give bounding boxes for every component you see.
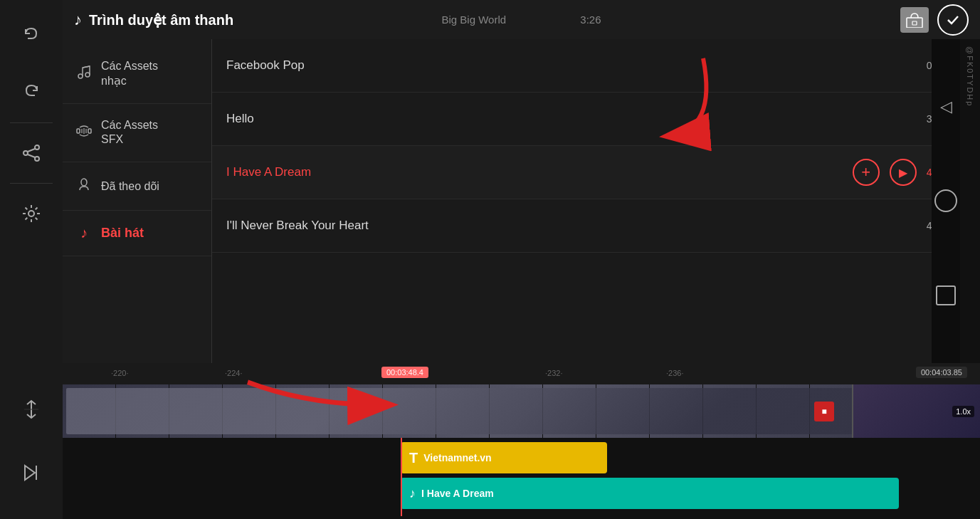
song-list: Facebook Pop 0:01 Hello 3:20 I Have A Dr… [212,39,960,363]
share-button[interactable] [0,125,63,182]
ruler-mark-224: ·224· [225,369,242,377]
nav-item-bai-hat[interactable]: ♪ Bài hát [63,211,211,256]
ruler-mark-220: ·220· [111,369,128,377]
watermark-text: @FK0TYDHp [966,46,974,107]
nav-item-assets-sfx[interactable]: Các Assets SFX [63,104,211,163]
skip-button[interactable] [0,444,63,501]
assets-sfx-icon [75,123,93,142]
end-time-badge: 00:04:03.85 [916,367,967,378]
now-playing: Big Big World 3:26 [442,14,601,26]
film-segment-2: 1.0x [852,384,980,438]
music-track-icon: ♪ [409,486,416,501]
far-right-nav: ◁ [932,39,960,363]
back-button[interactable]: ◁ [940,98,952,116]
song-title-hello: Hello [226,112,254,126]
svg-point-5 [28,211,34,216]
nav-menu: Các Assets nhạc Các Assets SFX [63,39,212,363]
music-track[interactable]: ♪ I Have A Dream [401,478,899,509]
ruler-mark-236: ·236· [666,369,683,377]
timeline: ·220· ·224· 00:03:48.4 ·232· ·236· 00:04… [63,363,980,519]
redo-button[interactable] [0,64,63,121]
top-bar-right [900,4,969,36]
da-theo-doi-icon [75,177,93,196]
text-track[interactable]: T Vietnamnet.vn [401,442,607,473]
sidebar-bottom [0,363,63,519]
main-content: ♪ Trình duyệt âm thanh Big Big World 3:2… [63,0,980,519]
svg-point-13 [85,73,90,77]
assets-sfx-label: Các Assets SFX [101,118,158,148]
add-button-i-have-a-dream[interactable]: + [853,159,880,186]
confirm-button[interactable] [937,4,969,36]
svg-line-4 [28,154,35,157]
ruler-mark-232: ·232· [545,369,562,377]
assets-music-label: Các Assets nhạc [101,59,158,89]
timeline-ruler: ·220· ·224· 00:03:48.4 ·232· ·236· 00:04… [63,363,980,384]
song-row-hello[interactable]: Hello 3:20 [212,93,960,146]
bai-hat-label: Bài hát [101,226,144,241]
svg-line-14 [83,66,90,68]
svg-rect-10 [907,18,922,28]
song-title-i-have-a-dream: I Have A Dream [226,165,311,179]
panel-title: Trình duyệt âm thanh [89,11,233,28]
bai-hat-icon: ♪ [75,225,93,241]
svg-point-0 [35,145,39,150]
speed-badge: 1.0x [952,406,974,417]
text-track-icon: T [409,450,418,466]
circle-nav-button[interactable] [934,189,957,212]
song-row-ill-never[interactable]: I'll Never Break Your Heart 4:47 [212,199,960,253]
nav-item-assets-music[interactable]: Các Assets nhạc [63,45,211,104]
tracks-area: T Vietnamnet.vn ♪ I Have A Dream [63,438,980,516]
music-track-label: I Have A Dream [421,488,494,499]
film-overlay-icon: ■ [814,402,834,421]
top-bar: ♪ Trình duyệt âm thanh Big Big World 3:2… [63,0,980,39]
sidebar-divider-1 [10,122,53,123]
undo-button[interactable] [0,7,63,64]
svg-rect-11 [912,21,917,25]
right-watermark-col: @FK0TYDHp [960,39,980,363]
svg-rect-16 [88,129,91,133]
svg-rect-15 [77,129,80,133]
svg-marker-8 [25,466,35,480]
svg-point-20 [81,179,87,186]
top-bar-left: ♪ Trình duyệt âm thanh [74,11,233,29]
music-note-icon: ♪ [74,11,82,29]
current-time-badge: 00:03:48.4 [381,367,428,378]
panel: Các Assets nhạc Các Assets SFX [63,39,980,363]
nav-item-da-theo-doi[interactable]: Đã theo dõi [63,162,211,211]
svg-point-1 [35,157,39,161]
song-title-facebook-pop: Facebook Pop [226,58,305,73]
adjust-button[interactable] [0,381,63,438]
svg-point-12 [78,74,83,78]
settings-button[interactable] [0,185,63,242]
cursor-line [401,438,402,516]
assets-music-icon [75,64,93,83]
play-button-i-have-a-dream[interactable]: ▶ [890,159,917,186]
square-nav-button[interactable] [936,285,956,305]
song-title-ill-never: I'll Never Break Your Heart [226,219,369,233]
svg-point-2 [23,151,28,155]
da-theo-doi-label: Đã theo dõi [101,180,159,193]
store-button[interactable] [900,7,929,33]
filmstrip: ■ 1.0x [63,384,980,438]
sidebar-divider-2 [10,183,53,184]
song-row-i-have-a-dream[interactable]: I Have A Dream + ▶ 4:13 [212,146,960,199]
song-row-facebook-pop[interactable]: Facebook Pop 0:01 [212,39,960,93]
text-track-label: Vietnamnet.vn [423,452,491,463]
svg-line-3 [28,149,35,152]
